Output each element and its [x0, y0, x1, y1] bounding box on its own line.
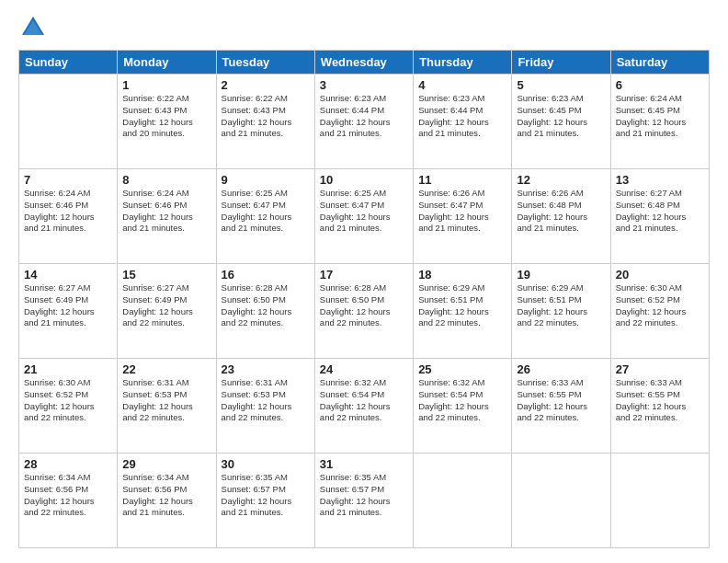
calendar-cell: 25Sunrise: 6:32 AMSunset: 6:54 PMDayligh…: [414, 359, 512, 454]
cell-info: Sunrise: 6:24 AMSunset: 6:46 PMDaylight:…: [24, 188, 112, 235]
cell-info: Sunrise: 6:22 AMSunset: 6:43 PMDaylight:…: [122, 93, 210, 140]
day-header: Thursday: [414, 51, 512, 75]
cell-day-number: 8: [122, 173, 210, 187]
page: SundayMondayTuesdayWednesdayThursdayFrid…: [0, 0, 728, 563]
calendar-cell: 9Sunrise: 6:25 AMSunset: 6:47 PMDaylight…: [216, 169, 314, 264]
calendar-cell: 22Sunrise: 6:31 AMSunset: 6:53 PMDayligh…: [118, 359, 216, 454]
cell-day-number: 3: [320, 78, 408, 92]
cell-info: Sunrise: 6:28 AMSunset: 6:50 PMDaylight:…: [320, 282, 408, 329]
cell-day-number: 20: [616, 268, 704, 282]
cell-info: Sunrise: 6:30 AMSunset: 6:52 PMDaylight:…: [616, 282, 704, 329]
cell-day-number: 10: [320, 173, 408, 187]
calendar-cell: 14Sunrise: 6:27 AMSunset: 6:49 PMDayligh…: [19, 264, 118, 359]
calendar-cell: [610, 454, 709, 548]
cell-info: Sunrise: 6:24 AMSunset: 6:45 PMDaylight:…: [616, 93, 704, 140]
cell-day-number: 16: [222, 268, 310, 282]
logo-icon: [20, 15, 46, 40]
cell-info: Sunrise: 6:25 AMSunset: 6:47 PMDaylight:…: [222, 188, 310, 235]
calendar-cell: [19, 75, 118, 169]
cell-info: Sunrise: 6:27 AMSunset: 6:48 PMDaylight:…: [616, 188, 704, 235]
logo: [18, 15, 46, 40]
calendar-cell: [414, 454, 512, 548]
calendar-cell: 16Sunrise: 6:28 AMSunset: 6:50 PMDayligh…: [216, 264, 314, 359]
calendar-cell: 26Sunrise: 6:33 AMSunset: 6:55 PMDayligh…: [512, 359, 610, 454]
cell-info: Sunrise: 6:28 AMSunset: 6:50 PMDaylight:…: [222, 282, 310, 329]
day-header: Monday: [118, 51, 216, 75]
calendar-cell: 8Sunrise: 6:24 AMSunset: 6:46 PMDaylight…: [118, 169, 216, 264]
header: [18, 15, 710, 40]
calendar-cell: 5Sunrise: 6:23 AMSunset: 6:45 PMDaylight…: [512, 75, 610, 169]
calendar-cell: 24Sunrise: 6:32 AMSunset: 6:54 PMDayligh…: [314, 359, 413, 454]
day-header: Tuesday: [216, 51, 314, 75]
calendar-cell: 29Sunrise: 6:34 AMSunset: 6:56 PMDayligh…: [118, 454, 216, 548]
cell-day-number: 29: [122, 457, 210, 471]
cell-day-number: 23: [222, 362, 310, 376]
calendar-cell: 18Sunrise: 6:29 AMSunset: 6:51 PMDayligh…: [414, 264, 512, 359]
cell-info: Sunrise: 6:25 AMSunset: 6:47 PMDaylight:…: [320, 188, 408, 235]
cell-info: Sunrise: 6:34 AMSunset: 6:56 PMDaylight:…: [24, 472, 112, 519]
cell-day-number: 31: [320, 457, 408, 471]
cell-info: Sunrise: 6:23 AMSunset: 6:44 PMDaylight:…: [320, 93, 408, 140]
cell-info: Sunrise: 6:27 AMSunset: 6:49 PMDaylight:…: [24, 282, 112, 329]
cell-day-number: 27: [616, 362, 704, 376]
cell-day-number: 19: [517, 268, 605, 282]
cell-day-number: 13: [616, 173, 704, 187]
cell-day-number: 26: [517, 362, 605, 376]
calendar-cell: 11Sunrise: 6:26 AMSunset: 6:47 PMDayligh…: [414, 169, 512, 264]
cell-day-number: 7: [24, 173, 112, 187]
calendar-cell: 7Sunrise: 6:24 AMSunset: 6:46 PMDaylight…: [19, 169, 118, 264]
calendar-cell: 31Sunrise: 6:35 AMSunset: 6:57 PMDayligh…: [314, 454, 413, 548]
day-header: Sunday: [19, 51, 118, 75]
calendar-cell: 6Sunrise: 6:24 AMSunset: 6:45 PMDaylight…: [610, 75, 709, 169]
cell-day-number: 25: [418, 362, 506, 376]
calendar-cell: 13Sunrise: 6:27 AMSunset: 6:48 PMDayligh…: [610, 169, 709, 264]
day-header: Friday: [512, 51, 610, 75]
calendar-cell: 23Sunrise: 6:31 AMSunset: 6:53 PMDayligh…: [216, 359, 314, 454]
cell-info: Sunrise: 6:27 AMSunset: 6:49 PMDaylight:…: [122, 282, 210, 329]
calendar-cell: 30Sunrise: 6:35 AMSunset: 6:57 PMDayligh…: [216, 454, 314, 548]
cell-day-number: 12: [517, 173, 605, 187]
cell-day-number: 1: [122, 78, 210, 92]
cell-day-number: 6: [616, 78, 704, 92]
calendar-cell: 17Sunrise: 6:28 AMSunset: 6:50 PMDayligh…: [314, 264, 413, 359]
calendar-week-row: 14Sunrise: 6:27 AMSunset: 6:49 PMDayligh…: [19, 264, 710, 359]
cell-day-number: 9: [222, 173, 310, 187]
cell-info: Sunrise: 6:30 AMSunset: 6:52 PMDaylight:…: [24, 377, 112, 424]
cell-day-number: 17: [320, 268, 408, 282]
cell-info: Sunrise: 6:32 AMSunset: 6:54 PMDaylight:…: [320, 377, 408, 424]
cell-info: Sunrise: 6:34 AMSunset: 6:56 PMDaylight:…: [122, 472, 210, 519]
calendar-cell: 10Sunrise: 6:25 AMSunset: 6:47 PMDayligh…: [314, 169, 413, 264]
cell-day-number: 30: [222, 457, 310, 471]
calendar-cell: 27Sunrise: 6:33 AMSunset: 6:55 PMDayligh…: [610, 359, 709, 454]
calendar-cell: 19Sunrise: 6:29 AMSunset: 6:51 PMDayligh…: [512, 264, 610, 359]
cell-info: Sunrise: 6:33 AMSunset: 6:55 PMDaylight:…: [517, 377, 605, 424]
calendar-week-row: 28Sunrise: 6:34 AMSunset: 6:56 PMDayligh…: [19, 454, 710, 548]
calendar-cell: 15Sunrise: 6:27 AMSunset: 6:49 PMDayligh…: [118, 264, 216, 359]
cell-info: Sunrise: 6:31 AMSunset: 6:53 PMDaylight:…: [222, 377, 310, 424]
cell-day-number: 21: [24, 362, 112, 376]
cell-day-number: 22: [122, 362, 210, 376]
cell-day-number: 28: [24, 457, 112, 471]
calendar-table: SundayMondayTuesdayWednesdayThursdayFrid…: [18, 50, 710, 548]
calendar-cell: [512, 454, 610, 548]
cell-day-number: 18: [418, 268, 506, 282]
calendar-week-row: 1Sunrise: 6:22 AMSunset: 6:43 PMDaylight…: [19, 75, 710, 169]
day-header: Saturday: [610, 51, 709, 75]
calendar-cell: 2Sunrise: 6:22 AMSunset: 6:43 PMDaylight…: [216, 75, 314, 169]
cell-info: Sunrise: 6:22 AMSunset: 6:43 PMDaylight:…: [222, 93, 310, 140]
calendar-week-row: 7Sunrise: 6:24 AMSunset: 6:46 PMDaylight…: [19, 169, 710, 264]
calendar-cell: 4Sunrise: 6:23 AMSunset: 6:44 PMDaylight…: [414, 75, 512, 169]
cell-day-number: 15: [122, 268, 210, 282]
cell-info: Sunrise: 6:29 AMSunset: 6:51 PMDaylight:…: [418, 282, 506, 329]
cell-day-number: 11: [418, 173, 506, 187]
cell-info: Sunrise: 6:23 AMSunset: 6:44 PMDaylight:…: [418, 93, 506, 140]
day-header: Wednesday: [314, 51, 413, 75]
cell-info: Sunrise: 6:23 AMSunset: 6:45 PMDaylight:…: [517, 93, 605, 140]
cell-info: Sunrise: 6:35 AMSunset: 6:57 PMDaylight:…: [222, 472, 310, 519]
calendar-cell: 1Sunrise: 6:22 AMSunset: 6:43 PMDaylight…: [118, 75, 216, 169]
cell-info: Sunrise: 6:24 AMSunset: 6:46 PMDaylight:…: [122, 188, 210, 235]
cell-day-number: 14: [24, 268, 112, 282]
calendar-cell: 21Sunrise: 6:30 AMSunset: 6:52 PMDayligh…: [19, 359, 118, 454]
cell-day-number: 4: [418, 78, 506, 92]
cell-info: Sunrise: 6:26 AMSunset: 6:48 PMDaylight:…: [517, 188, 605, 235]
